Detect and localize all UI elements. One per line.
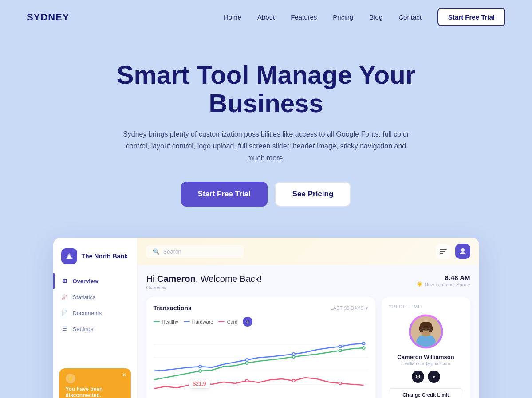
user-email: c.williamson@gmail.com bbox=[402, 361, 450, 366]
sidebar-item-documents[interactable]: 📄 Documents bbox=[53, 305, 137, 321]
transactions-card: Transactions LAST 90 DAYS ▾ Healthy bbox=[146, 297, 375, 398]
add-legend-button[interactable]: + bbox=[243, 317, 252, 327]
navbar: SYDNEY Home About Features Pricing Blog … bbox=[0, 0, 532, 34]
svg-point-15 bbox=[199, 365, 201, 368]
notif-title: You have been disconnected. bbox=[66, 386, 125, 398]
sidebar-brand: The North Bank bbox=[53, 246, 137, 273]
user-avatar-ring bbox=[408, 314, 444, 349]
svg-point-5 bbox=[461, 248, 465, 252]
start-trial-button[interactable]: Start Free Trial bbox=[181, 182, 268, 207]
legend-healthy: Healthy bbox=[154, 317, 178, 327]
menu-button[interactable] bbox=[436, 244, 451, 259]
section-label: Overview bbox=[146, 285, 262, 290]
user-action-buttons bbox=[412, 371, 440, 383]
nav-pricing[interactable]: Pricing bbox=[333, 13, 353, 21]
svg-point-35 bbox=[421, 325, 424, 328]
nav-blog[interactable]: Blog bbox=[369, 13, 382, 21]
weather-status: ☀️ Now is almost Sunny bbox=[417, 281, 470, 287]
search-bar[interactable]: 🔍 Search bbox=[146, 245, 244, 258]
user-name: Cameron Williamson bbox=[397, 354, 454, 360]
change-credit-limit-button[interactable]: Change Credit Limit bbox=[389, 388, 463, 398]
topbar-actions bbox=[436, 244, 470, 259]
action-button-1[interactable] bbox=[412, 371, 424, 383]
hero-buttons: Start Free Trial See Pricing bbox=[9, 182, 523, 207]
time-weather: 8:48 AM ☀️ Now is almost Sunny bbox=[417, 274, 470, 287]
legend-hardware: Hardware bbox=[184, 317, 213, 327]
see-pricing-button[interactable]: See Pricing bbox=[275, 182, 351, 207]
svg-point-21 bbox=[245, 379, 248, 382]
legend-hardware-dot bbox=[184, 321, 190, 322]
svg-point-16 bbox=[245, 359, 248, 361]
svg-point-40 bbox=[425, 331, 427, 333]
legend-healthy-dot bbox=[154, 321, 160, 322]
sidebar: The North Bank ⊞ Overview 📈 Statistics 📄… bbox=[53, 238, 138, 398]
chart-legend: Healthy Hardware Card + bbox=[154, 317, 368, 327]
site-logo: SYDNEY bbox=[27, 12, 69, 23]
action-button-2[interactable] bbox=[428, 371, 440, 383]
svg-point-17 bbox=[292, 353, 295, 355]
svg-point-14 bbox=[362, 347, 365, 349]
search-placeholder: Search bbox=[163, 248, 181, 255]
topbar: 🔍 Search bbox=[138, 238, 479, 265]
cards-row: Transactions LAST 90 DAYS ▾ Healthy bbox=[146, 297, 470, 398]
nav-links: Home About Features Pricing Blog Contact… bbox=[224, 8, 505, 26]
hero-section: Smart Tool Manage Your Business Sydney b… bbox=[0, 34, 532, 224]
svg-rect-4 bbox=[440, 253, 443, 254]
chart-svg bbox=[154, 331, 368, 398]
svg-rect-3 bbox=[440, 251, 445, 252]
sidebar-logo-icon bbox=[61, 248, 77, 264]
svg-rect-2 bbox=[440, 249, 447, 250]
svg-point-13 bbox=[339, 349, 341, 352]
transactions-chart: $21,9 bbox=[154, 331, 368, 398]
svg-point-10 bbox=[199, 370, 201, 372]
welcome-heading: Hi Cameron, Welcome Back! bbox=[146, 274, 262, 284]
notification-card: ✕ ⚡ You have been disconnected. Please c… bbox=[59, 368, 131, 398]
main-content: 🔍 Search bbox=[138, 238, 479, 398]
current-time: 8:48 AM bbox=[417, 274, 470, 281]
transactions-title: Transactions bbox=[154, 304, 192, 312]
svg-point-18 bbox=[339, 345, 341, 348]
credit-limit-label: CREDIT LIMIT bbox=[389, 304, 423, 309]
dropdown-icon: ▾ bbox=[366, 305, 368, 311]
svg-point-23 bbox=[339, 382, 341, 385]
search-icon: 🔍 bbox=[153, 248, 160, 255]
svg-point-36 bbox=[426, 324, 429, 327]
welcome-text: Hi Cameron, Welcome Back! Overview bbox=[146, 274, 262, 290]
hero-description: Sydney brings plenty of customization po… bbox=[120, 128, 413, 164]
svg-point-45 bbox=[417, 376, 418, 378]
period-label: LAST 90 DAYS ▾ bbox=[331, 305, 368, 311]
notif-icon: ⚡ bbox=[66, 374, 75, 383]
statistics-icon: 📈 bbox=[61, 293, 68, 300]
svg-point-19 bbox=[362, 342, 365, 345]
user-avatar-image bbox=[411, 316, 441, 347]
credit-limit-card: CREDIT LIMIT bbox=[382, 297, 470, 398]
user-avatar-topbar[interactable] bbox=[455, 244, 470, 259]
sidebar-brand-name: The North Bank bbox=[82, 253, 128, 260]
welcome-row: Hi Cameron, Welcome Back! Overview 8:48 … bbox=[146, 274, 470, 290]
nav-cta-button[interactable]: Start Free Trial bbox=[437, 8, 505, 26]
svg-point-22 bbox=[292, 379, 295, 382]
nav-about[interactable]: About bbox=[257, 13, 275, 21]
overview-icon: ⊞ bbox=[61, 277, 68, 285]
legend-card: Card bbox=[218, 317, 237, 327]
dashboard-preview-wrapper: The North Bank ⊞ Overview 📈 Statistics 📄… bbox=[0, 224, 532, 398]
documents-icon: 📄 bbox=[61, 309, 68, 316]
nav-contact[interactable]: Contact bbox=[398, 13, 422, 21]
transactions-card-header: Transactions LAST 90 DAYS ▾ bbox=[154, 304, 368, 312]
sidebar-item-statistics[interactable]: 📈 Statistics bbox=[53, 289, 137, 305]
legend-card-dot bbox=[218, 321, 225, 322]
nav-home[interactable]: Home bbox=[224, 13, 241, 21]
svg-point-11 bbox=[245, 362, 248, 364]
sidebar-nav: ⊞ Overview 📈 Statistics 📄 Documents ☰ Se… bbox=[53, 273, 137, 337]
notif-close-button[interactable]: ✕ bbox=[122, 372, 126, 378]
weather-icon: ☀️ bbox=[417, 281, 423, 287]
nav-features[interactable]: Features bbox=[291, 13, 317, 21]
person-svg bbox=[411, 316, 441, 347]
dashboard-body: Hi Cameron, Welcome Back! Overview 8:48 … bbox=[138, 265, 479, 398]
settings-icon: ☰ bbox=[61, 325, 68, 332]
sidebar-item-overview[interactable]: ⊞ Overview bbox=[53, 273, 137, 289]
dashboard-container: The North Bank ⊞ Overview 📈 Statistics 📄… bbox=[53, 238, 479, 398]
hero-heading: Smart Tool Manage Your Business bbox=[67, 61, 466, 117]
sidebar-item-settings[interactable]: ☰ Settings bbox=[53, 321, 137, 337]
chart-value-label: $21,9 bbox=[189, 379, 210, 389]
